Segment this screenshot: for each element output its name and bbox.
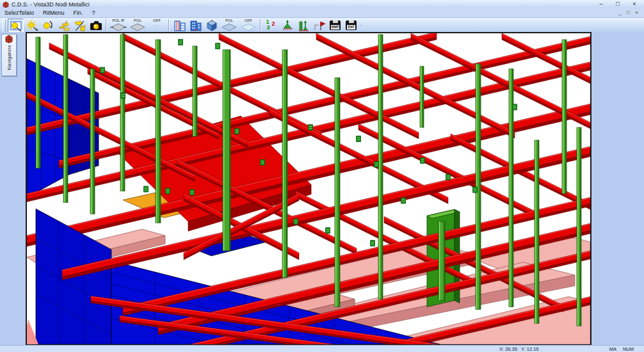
mdi-minimize-button[interactable]: _ xyxy=(616,8,624,17)
tool-bar: POL IP POL OFF · xyxy=(0,18,644,33)
section-plane-icon xyxy=(110,23,127,31)
cursor-coordinates: X: 26.35Y: 12.15 xyxy=(499,346,542,352)
building-solid-icon xyxy=(189,19,202,32)
save-bmp-button[interactable]: BMP xyxy=(327,19,343,32)
plane-pol-button[interactable]: POL xyxy=(128,19,147,32)
flag-icon xyxy=(313,19,326,32)
toolbar-separator xyxy=(106,19,107,31)
workspace: Navigatore xyxy=(0,32,644,346)
indicator-num: NUM xyxy=(623,346,634,352)
navigator-title: Navigatore xyxy=(6,45,12,70)
support-arrow-icon xyxy=(281,19,294,32)
axonometric-view-button[interactable] xyxy=(204,19,220,32)
keyboard-indicators: MANUM xyxy=(603,346,634,352)
plane-off-2-button[interactable]: OFF xyxy=(239,19,258,32)
orbit-tool-button[interactable] xyxy=(40,19,56,32)
toolbar-overflow-dot[interactable]: · xyxy=(360,22,362,28)
sun-icon xyxy=(26,19,38,32)
select-icon xyxy=(10,19,22,32)
window-title: C.D.S. - Vista3D Nodi Metallici xyxy=(12,1,90,8)
pol-label: POL xyxy=(225,19,233,23)
indicator-ma: MA xyxy=(609,346,616,352)
off-label: OFF xyxy=(153,19,161,23)
mdi-restore-button[interactable]: □ xyxy=(624,8,632,17)
supports-tool-button[interactable] xyxy=(279,19,295,32)
navigator-panel[interactable]: Navigatore xyxy=(1,34,17,76)
coordinate-y: Y: 12.15 xyxy=(521,346,539,352)
pol-ip-label: POL IP xyxy=(112,19,124,23)
section-plane-icon xyxy=(129,23,146,31)
menu-help[interactable]: ? xyxy=(88,8,100,17)
flag-marker-tool-button[interactable] xyxy=(311,19,327,32)
close-button[interactable]: × xyxy=(626,0,643,8)
section-plane-light-icon xyxy=(240,23,257,31)
light-tool-button[interactable] xyxy=(24,19,40,32)
menu-fin[interactable]: Fin. xyxy=(69,8,88,17)
off-label: OFF xyxy=(245,19,252,23)
dropdown-dot: · xyxy=(156,23,158,29)
menu-ritmenu[interactable]: RitMenu xyxy=(38,8,69,17)
numbering-tool-button[interactable]: 1 2 3 xyxy=(263,19,279,32)
floppy-bmp-icon: BMP xyxy=(330,20,341,30)
building-frame-icon xyxy=(173,19,186,32)
pol-label: POL xyxy=(134,19,141,23)
mdi-window-controls: _ □ × xyxy=(616,8,641,17)
toolbar-gripper[interactable] xyxy=(3,20,6,31)
minimize-button[interactable]: – xyxy=(593,0,609,8)
maximize-button[interactable]: □ xyxy=(609,0,626,8)
plane-pol-2-button[interactable]: POL xyxy=(220,19,239,32)
wireframe-view-button[interactable] xyxy=(172,19,188,32)
status-bar: X: 26.35Y: 12.15 MANUM xyxy=(0,345,644,352)
select-tool-button[interactable] xyxy=(8,19,24,32)
column-raise-tool-button[interactable] xyxy=(295,19,311,32)
navigator-icon xyxy=(4,35,13,44)
plane-pol-ip-button[interactable]: POL IP xyxy=(109,19,128,32)
plane-off-toggle[interactable]: OFF · xyxy=(147,19,166,32)
numbers-123-icon: 1 2 3 xyxy=(266,20,277,31)
clip-plane-tool-button[interactable] xyxy=(72,19,88,32)
toolbar-separator xyxy=(260,19,261,31)
pan-tool-button[interactable] xyxy=(56,19,72,32)
mdi-close-button[interactable]: × xyxy=(632,8,641,17)
column-arrow-icon xyxy=(297,19,310,32)
solid-view-button[interactable] xyxy=(188,19,204,32)
save-dxf-button[interactable]: DXF xyxy=(343,19,359,32)
orbit-icon xyxy=(42,19,54,32)
title-bar: C.D.S. - Vista3D Nodi Metallici – □ × xyxy=(0,0,644,8)
coordinate-x: X: 26.35 xyxy=(499,346,517,352)
model-canvas xyxy=(27,33,590,344)
pan-icon xyxy=(58,19,70,32)
toolbar-separator xyxy=(168,19,170,31)
application-window: { "window": { "title": "C.D.S. - Vista3D… xyxy=(0,0,644,352)
menu-seleztelaio[interactable]: SelezTelaio xyxy=(0,8,38,17)
snapshot-tool-button[interactable] xyxy=(88,19,104,32)
app-icon xyxy=(3,1,9,8)
floppy-dxf-icon: DXF xyxy=(346,20,357,30)
model-viewport[interactable] xyxy=(26,32,592,346)
camera-icon xyxy=(90,19,102,32)
section-plane-icon xyxy=(221,23,237,31)
menu-bar: SelezTelaio RitMenu Fin. ? _ □ × xyxy=(0,8,644,18)
clip-icon xyxy=(74,19,86,32)
cube-icon xyxy=(205,19,218,32)
